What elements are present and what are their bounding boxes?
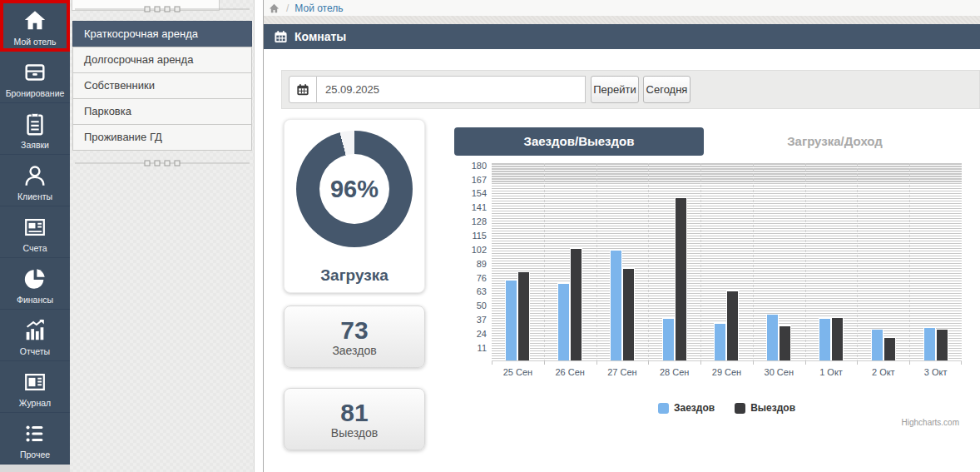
tab-arrivals-departures[interactable]: Заездов/Выездов — [454, 127, 704, 156]
legend-swatch — [735, 403, 745, 414]
breadcrumb: / Мой отель — [264, 0, 980, 16]
occupancy-percent: 96% — [296, 131, 413, 247]
tab-occupancy-income[interactable]: Загрузка/Доход — [704, 127, 966, 156]
occupancy-card: 96% Загрузка — [284, 119, 425, 293]
y-axis-tick-label: 76 — [477, 273, 487, 283]
sidebar-item-archive-box[interactable]: Бронирование — [0, 52, 70, 103]
calendar-icon — [274, 30, 288, 44]
archive-box-icon — [22, 52, 47, 88]
sidebar-item-label: Клиенты — [17, 191, 52, 201]
submenu-item[interactable]: Парковка — [72, 98, 252, 125]
hotel-dashboard-page: Мой отельБронированиеЗаявкиКлиентыСчетаФ… — [0, 0, 980, 472]
sidebar-item-pie-chart[interactable]: Финансы — [0, 258, 70, 310]
panel-header: Комнаты — [264, 24, 980, 49]
x-axis-category-label: 28 Сен — [648, 367, 700, 377]
sidebar-item-journal[interactable]: Журнал — [0, 361, 70, 413]
sidebar-item-home[interactable]: Мой отель — [0, 0, 70, 52]
submenu-column: Краткосрочная арендаДолгосрочная арендаС… — [70, 0, 255, 472]
y-axis-tick-label: 128 — [472, 216, 487, 226]
submenu-item[interactable]: Собственники — [72, 72, 252, 99]
legend-item-Заездов[interactable]: Заездов — [658, 402, 715, 414]
y-axis-tick-label: 50 — [477, 301, 487, 311]
bar-Заездов-3 Окт[interactable] — [923, 327, 936, 360]
chart-category-group — [857, 163, 909, 360]
sidebar-item-invoice[interactable]: Счета — [0, 206, 70, 258]
bar-Выездов-27 Сен[interactable] — [622, 268, 635, 360]
x-axis-tick — [492, 361, 492, 365]
legend-item-Выездов[interactable]: Выездов — [735, 402, 795, 414]
y-axis-tick-label: 167 — [472, 175, 487, 185]
x-axis-tick — [753, 361, 754, 365]
chart-category-group — [492, 163, 544, 360]
bar-Заездов-27 Сен[interactable] — [610, 250, 622, 360]
x-axis-category-label: 26 Сен — [544, 367, 596, 377]
y-axis-tick-label: 115 — [472, 231, 487, 241]
panel-title: Комнаты — [294, 30, 346, 43]
sidebar-item-label: Финансы — [17, 295, 53, 305]
bar-Выездов-2 Окт[interactable] — [883, 337, 896, 360]
bar-Заездов-2 Окт[interactable] — [871, 329, 883, 360]
legend-label: Заездов — [674, 402, 715, 414]
y-axis-tick-label: 102 — [472, 245, 487, 255]
submenu-item[interactable]: Долгосрочная аренда — [72, 47, 252, 73]
today-button[interactable]: Сегодня — [643, 76, 690, 103]
bar-Выездов-1 Окт[interactable] — [831, 317, 844, 361]
bar-Заездов-29 Сен[interactable] — [714, 323, 726, 360]
chart-category-group — [544, 163, 596, 360]
x-axis-category-label: 29 Сен — [700, 367, 753, 377]
bar-Выездов-25 Сен[interactable] — [517, 271, 530, 360]
sidebar-item-label: Отчеты — [20, 346, 50, 356]
date-toolbar: Перейти Сегодня — [281, 70, 980, 109]
x-axis-tick — [596, 361, 597, 365]
drag-handle[interactable] — [75, 5, 250, 13]
chart-x-axis-ticks — [492, 361, 962, 365]
home-icon[interactable] — [269, 3, 280, 13]
x-axis-tick — [961, 361, 962, 365]
bar-Выездов-30 Сен[interactable] — [779, 325, 791, 360]
bar-Заездов-26 Сен[interactable] — [557, 283, 570, 360]
submenu-item[interactable]: Проживание ГД — [72, 124, 252, 151]
sidebar-item-label: Бронирование — [6, 88, 65, 98]
sidebar-item-label: Счета — [23, 243, 47, 253]
x-axis-tick — [648, 361, 649, 365]
bar-Заездов-25 Сен[interactable] — [505, 280, 517, 360]
bar-Заездов-28 Сен[interactable] — [662, 318, 675, 360]
y-axis-tick-label: 154 — [472, 188, 487, 198]
occupancy-donut-chart[interactable]: 96% — [296, 131, 413, 247]
bar-Выездов-3 Окт[interactable] — [936, 329, 948, 360]
submenu-item[interactable]: Краткосрочная аренда — [72, 21, 252, 47]
y-axis-tick-label: 11 — [478, 343, 487, 353]
sidebar-item-clipboard[interactable]: Заявки — [0, 103, 70, 155]
bar-Заездов-1 Окт[interactable] — [819, 318, 831, 360]
sidebar-bottom-strip — [0, 465, 70, 472]
sidebar-item-person[interactable]: Клиенты — [0, 155, 70, 206]
sidebar-item-bar-chart[interactable]: Отчеты — [0, 310, 70, 361]
bar-Выездов-28 Сен[interactable] — [675, 197, 687, 361]
x-axis-tick — [909, 361, 910, 365]
sidebar-item-list[interactable]: Прочее — [0, 413, 70, 465]
breadcrumb-separator: / — [286, 2, 289, 14]
bar-Выездов-29 Сен[interactable] — [726, 291, 739, 360]
x-axis-category-label: 30 Сен — [753, 367, 805, 377]
x-axis-category-label: 1 Окт — [805, 367, 858, 377]
chart-x-axis-labels: 25 Сен26 Сен27 Сен28 Сен29 Сен30 Сен1 Ок… — [492, 367, 962, 378]
calendar-picker-button[interactable] — [289, 76, 317, 103]
y-axis-tick-label: 89 — [477, 259, 487, 269]
submenu-list: Краткосрочная арендаДолгосрочная арендаС… — [72, 21, 252, 151]
checkins-card: 73 Заездов — [284, 306, 425, 368]
highcharts-credits[interactable]: Highcharts.com — [902, 418, 959, 427]
x-axis-category-label: 2 Окт — [857, 367, 909, 377]
go-button[interactable]: Перейти — [591, 76, 639, 103]
bar-chart-plot-area — [492, 163, 962, 361]
drag-handle[interactable] — [75, 159, 250, 167]
journal-icon — [22, 361, 47, 398]
sidebar-item-label: Прочее — [20, 450, 50, 460]
pie-chart-icon — [22, 258, 47, 295]
y-axis-tick-label: 37 — [477, 315, 487, 325]
date-input[interactable] — [317, 76, 586, 103]
invoice-icon — [22, 206, 47, 243]
bar-Заездов-30 Сен[interactable] — [766, 314, 779, 360]
breadcrumb-link[interactable]: Мой отель — [294, 2, 343, 14]
bar-Выездов-26 Сен[interactable] — [570, 248, 582, 361]
x-axis-tick — [857, 361, 858, 365]
